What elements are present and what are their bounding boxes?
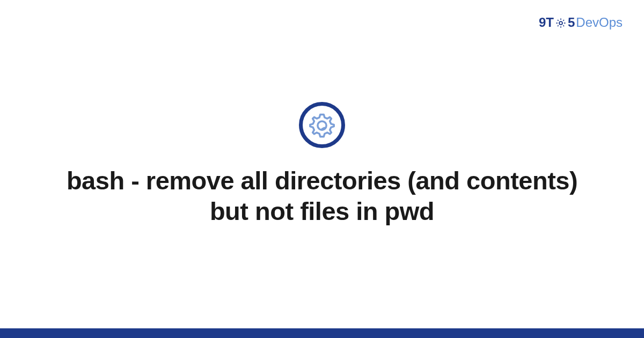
footer-bar <box>0 328 644 338</box>
gear-icon-circle <box>299 102 345 148</box>
page-title: bash - remove all directories (and conte… <box>48 165 596 227</box>
gear-icon <box>308 111 336 139</box>
main-content: bash - remove all directories (and conte… <box>0 0 644 328</box>
